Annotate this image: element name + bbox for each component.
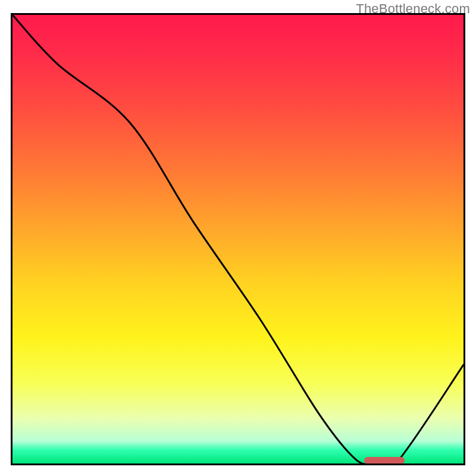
bottleneck-chart: TheBottleneck.com xyxy=(0,0,476,476)
bottleneck-curve-path xyxy=(12,15,464,464)
watermark-text: TheBottleneck.com xyxy=(356,1,470,17)
optimum-range-marker xyxy=(364,457,405,464)
bottleneck-curve-svg xyxy=(12,15,464,464)
